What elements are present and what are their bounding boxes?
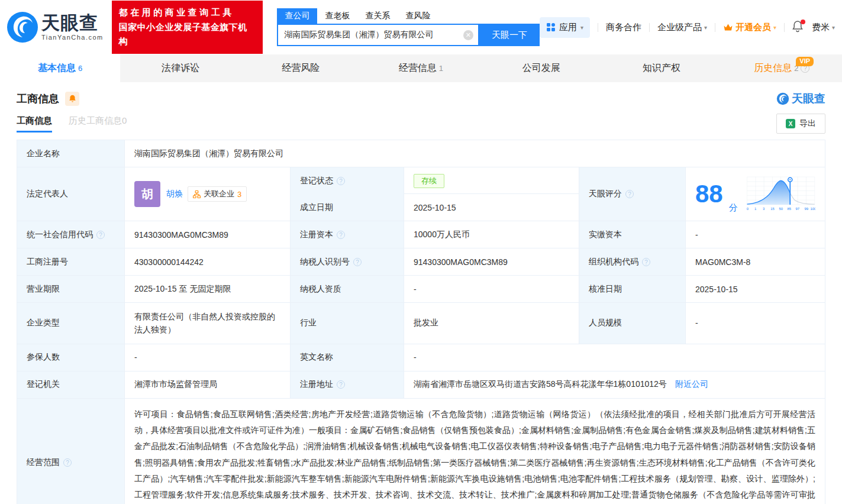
question-icon[interactable]: ? (625, 190, 634, 198)
vip-badge: VIP (796, 57, 814, 66)
scope-label: 经营范围? (17, 399, 125, 504)
establish-date-value: 2025-10-15 (404, 194, 579, 221)
enterprise-label: 企业级产品 (657, 22, 702, 33)
nearby-companies-link[interactable]: 附近公司 (675, 379, 708, 390)
search-input[interactable] (278, 25, 457, 45)
status-badge: 存续 (414, 174, 444, 188)
question-icon[interactable]: ? (337, 177, 345, 185)
subtab-history-business-info[interactable]: 历史工商信息0 (69, 115, 127, 133)
tab-label: 基本信息 (38, 62, 76, 75)
search-tab-risk[interactable]: 查风险 (398, 8, 438, 24)
username: 费米 (812, 22, 830, 33)
english-name-value: - (404, 344, 825, 371)
paid-capital-value: - (686, 221, 825, 248)
watermark-brand-text: 天眼查 (792, 91, 825, 106)
question-icon[interactable]: ? (337, 380, 345, 389)
address-cell: 湖南省湘潭市岳塘区双马街道吉安路58号高科花漾年华1栋0101012号 附近公司 (404, 371, 825, 398)
tab-company-development[interactable]: 公司发展 (481, 54, 601, 82)
top-header: 天眼查 TianYanCha.com 都在用的商业查询工具 国家中小企业发展子基… (0, 0, 842, 54)
chevron-down-icon: ▾ (832, 24, 835, 31)
establish-date-label: 成立日期 (291, 194, 404, 221)
reg-status-cell: 存续 (404, 167, 579, 194)
page-title: 工商信息 (17, 92, 59, 106)
related-companies-count: 3 (237, 190, 241, 199)
company-type-label: 企业类型 (17, 303, 125, 344)
avatar[interactable]: 胡 (134, 181, 160, 207)
tab-operation-risk[interactable]: 经营风险 (241, 54, 361, 82)
divider (784, 23, 785, 32)
business-info-table: 企业名称 湖南国际贸易集团（湘潭）贸易有限公司 法定代表人 胡 胡焕 关联企业 … (17, 140, 825, 504)
svg-text:1: 1 (754, 207, 756, 211)
table-row: 登记机关 湘潭市市场监督管理局 注册地址? 湖南省湘潭市岳塘区双马街道吉安路58… (17, 371, 825, 399)
question-icon[interactable]: ? (96, 231, 105, 239)
tab-history-info[interactable]: VIP 历史信息 2 ? (722, 54, 842, 82)
question-icon[interactable]: ? (337, 231, 345, 239)
org-chart-icon (193, 190, 201, 198)
notification-bell-icon[interactable] (792, 21, 804, 34)
svg-text:100: 100 (810, 207, 815, 211)
tab-basic-info[interactable]: 基本信息 6 (0, 54, 120, 82)
term-value: 2025-10-15 至 无固定期限 (125, 276, 291, 302)
industry-value: 批发业 (404, 303, 579, 344)
taxpayer-id-value: 91430300MAG0MC3M89 (404, 248, 579, 275)
top-nav: 应用 ▾ 商务合作 企业级产品 ▾ 开通会员 ▾ 费米 ▾ (540, 17, 835, 38)
chevron-down-icon: ▾ (704, 24, 707, 31)
table-row: 营业期限 2025-10-15 至 无固定期限 纳税人资质 - 核准日期 202… (17, 276, 825, 303)
tianyancha-logo[interactable]: 天眼查 TianYanCha.com (6, 11, 104, 44)
question-icon[interactable]: ? (353, 258, 362, 266)
search-button[interactable]: 天眼一下 (479, 24, 540, 46)
reg-number-value: 430300000144242 (125, 248, 291, 275)
paid-capital-label: 实缴资本 (579, 221, 686, 248)
tab-label: 经营信息 (399, 62, 437, 75)
taxpayer-quality-label: 纳税人资质 (291, 276, 404, 302)
divider (649, 23, 650, 32)
question-icon[interactable]: ? (642, 258, 650, 266)
table-row: 法定代表人 胡 胡焕 关联企业 3 登记状态 ? (17, 167, 825, 221)
taxpayer-quality-value: - (404, 276, 579, 302)
authority-value: 湘潭市市场监督管理局 (125, 371, 291, 398)
logo-brand-text: 天眼查 (41, 14, 104, 32)
export-label: 导出 (799, 118, 816, 129)
tab-intellectual-property[interactable]: 知识产权 (601, 54, 721, 82)
chevron-down-icon: ▾ (773, 24, 776, 31)
reg-number-label: 工商注册号 (17, 248, 125, 275)
score-cell: 88 分 (686, 167, 825, 221)
related-companies-badge[interactable]: 关联企业 3 (188, 186, 247, 202)
company-name-value: 湖南国际贸易集团（湘潭）贸易有限公司 (125, 140, 825, 167)
search-tab-company[interactable]: 查公司 (277, 8, 317, 24)
nav-user-menu[interactable]: 费米 ▾ (812, 22, 835, 33)
search-tab-boss[interactable]: 查老板 (317, 8, 357, 24)
slogan-banner: 都在用的商业查询工具 国家中小企业发展子基金旗下机构 (112, 1, 263, 54)
tab-legal-proceedings[interactable]: 法律诉讼 (120, 54, 240, 82)
tab-operation-info[interactable]: 经营信息 1 (361, 54, 481, 82)
svg-text:15: 15 (770, 207, 775, 211)
score-unit: 分 (729, 202, 738, 214)
table-row: 统一社会信用代码? 91430300MAG0MC3M89 注册资本? 10000… (17, 221, 825, 248)
tab-label: 历史信息 (754, 62, 792, 75)
legal-rep-label: 法定代表人 (17, 167, 125, 221)
nav-open-vip[interactable]: 开通会员 ▾ (723, 22, 776, 33)
authority-label: 登记机关 (17, 371, 125, 398)
subscribe-bell-button[interactable] (65, 92, 79, 106)
clear-icon[interactable]: ✕ (463, 30, 473, 40)
question-icon[interactable]: ? (63, 458, 72, 467)
tab-label: 知识产权 (643, 62, 680, 75)
score-axis-labels: 0 1 3 15 50 85 97 99 100 (746, 207, 815, 211)
nav-enterprise-products[interactable]: 企业级产品 ▾ (657, 22, 707, 33)
export-button[interactable]: X 导出 (776, 114, 825, 134)
company-section-tabs: 基本信息 6 法律诉讼 经营风险 经营信息 1 公司发展 知识产权 VIP 历史… (0, 54, 842, 82)
apps-menu-button[interactable]: 应用 ▾ (540, 17, 590, 38)
insured-value: - (125, 344, 291, 371)
logo-domain-text: TianYanCha.com (41, 34, 104, 41)
table-row: 企业名称 湖南国际贸易集团（湘潭）贸易有限公司 (17, 140, 825, 167)
nav-business-coop[interactable]: 商务合作 (606, 22, 641, 33)
divider (715, 23, 715, 32)
slogan-line-2: 国家中小企业发展子基金旗下机构 (119, 20, 256, 50)
legal-rep-name-link[interactable]: 胡焕 (166, 189, 183, 199)
tab-count: 1 (439, 64, 443, 73)
slogan-line-1: 都在用的商业查询工具 (119, 5, 256, 20)
staff-size-label: 人员规模 (579, 303, 686, 344)
subtab-business-info[interactable]: 工商信息 (17, 115, 52, 133)
search-tab-relation[interactable]: 查关系 (357, 8, 398, 24)
tab-count: 6 (78, 64, 82, 73)
